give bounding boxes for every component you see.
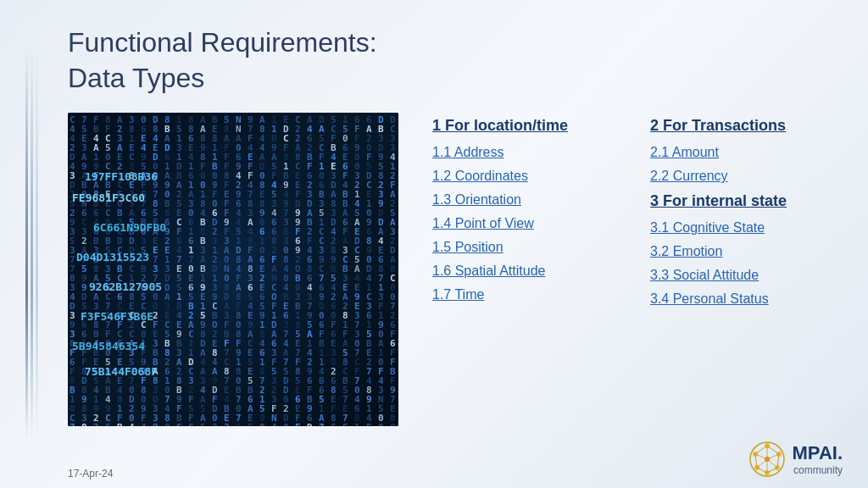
- item-cognitive-state[interactable]: 3.1 Cognitive State: [650, 220, 826, 236]
- item-currency[interactable]: 2.2 Currency: [650, 169, 826, 184]
- lists-section: 1 For location/time 1.1 Address 1.2 Coor…: [432, 113, 826, 471]
- svg-line-11: [757, 468, 767, 473]
- svg-line-19: [755, 454, 767, 459]
- column-1-location-time: 1 For location/time 1.1 Address 1.2 Coor…: [432, 117, 608, 471]
- accent-line-3: [36, 0, 38, 488]
- item-spatial-attitude[interactable]: 1.6 Spatial Attitude: [432, 263, 608, 279]
- logo-sublabel: community: [793, 464, 843, 476]
- left-accent-decoration: [25, 0, 59, 488]
- item-position[interactable]: 1.5 Position: [432, 240, 608, 255]
- mpai-logo-icon: [747, 439, 787, 480]
- svg-line-18: [757, 459, 767, 468]
- logo-area: MPAI. community: [747, 439, 843, 480]
- item-coordinates[interactable]: 1.2 Coordinates: [432, 169, 608, 184]
- item-social-attitude[interactable]: 3.3 Social Attitude: [650, 268, 826, 283]
- svg-line-8: [767, 446, 779, 454]
- svg-line-10: [767, 468, 777, 473]
- data-visualization-image: [68, 113, 398, 426]
- accent-line-1: [25, 0, 28, 488]
- slide: Functional Requirements: Data Types 1 Fo…: [0, 0, 868, 488]
- item-address[interactable]: 1.1 Address: [432, 145, 608, 160]
- data-image-container: [68, 113, 398, 426]
- svg-line-15: [767, 454, 779, 459]
- svg-line-16: [767, 459, 777, 468]
- logo-label: MPAI.: [793, 442, 843, 463]
- col2-header2[interactable]: 3 For internal state: [650, 192, 826, 210]
- col2-header1[interactable]: 2 For Transactions: [650, 117, 826, 135]
- item-time[interactable]: 1.7 Time: [432, 287, 608, 302]
- item-orientation[interactable]: 1.3 Orientation: [432, 192, 608, 208]
- item-point-of-view[interactable]: 1.4 Point of View: [432, 216, 608, 231]
- item-emotion[interactable]: 3.2 Emotion: [650, 244, 826, 259]
- col1-header[interactable]: 1 For location/time: [432, 117, 608, 135]
- title-section: Functional Requirements: Data Types: [68, 25, 826, 96]
- title-line-2: Data Types: [68, 63, 204, 93]
- item-personal-status[interactable]: 3.4 Personal Status: [650, 291, 826, 307]
- column-2-transactions-state: 2 For Transactions 2.1 Amount 2.2 Curren…: [650, 117, 826, 471]
- item-amount[interactable]: 2.1 Amount: [650, 145, 826, 160]
- footer-date: 17-Apr-24: [68, 468, 113, 480]
- page-title: Functional Requirements: Data Types: [68, 25, 826, 96]
- accent-line-2: [31, 0, 33, 488]
- svg-line-13: [755, 446, 767, 454]
- logo-text-area: MPAI. community: [793, 442, 843, 476]
- content-area: 1 For location/time 1.1 Address 1.2 Coor…: [68, 113, 826, 471]
- title-line-1: Functional Requirements:: [68, 27, 377, 58]
